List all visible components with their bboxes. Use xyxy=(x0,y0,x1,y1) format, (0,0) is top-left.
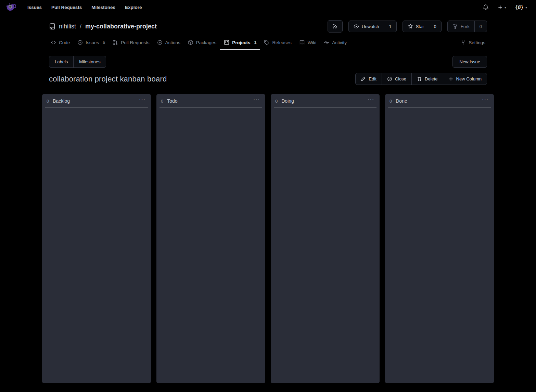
tab-code[interactable]: Code xyxy=(47,37,74,50)
repo-path-separator: / xyxy=(80,23,81,30)
column-header: 0 Doing ··· xyxy=(271,94,380,107)
star-button[interactable]: Star xyxy=(403,21,429,32)
edit-button[interactable]: Edit xyxy=(356,73,381,85)
star-count[interactable]: 0 xyxy=(429,21,441,32)
git-pull-request-icon xyxy=(113,40,118,45)
package-icon xyxy=(188,40,193,45)
repo-owner-link[interactable]: nihilist xyxy=(59,23,76,30)
column-card-count: 0 xyxy=(275,99,278,104)
nav-item-milestones[interactable]: Milestones xyxy=(87,2,120,13)
tab-releases[interactable]: Releases xyxy=(260,37,295,50)
labels-button[interactable]: Labels xyxy=(49,56,73,67)
column-title: Doing xyxy=(281,98,294,104)
trash-icon xyxy=(417,76,422,81)
kanban-column-doing: 0 Doing ··· xyxy=(271,94,380,383)
column-card-area[interactable] xyxy=(385,108,494,383)
notifications-bell-icon[interactable] xyxy=(481,3,491,12)
kanban-column-todo: 0 Todo ··· xyxy=(156,94,265,383)
new-column-button[interactable]: New Column xyxy=(443,73,487,85)
labels-milestones-group: Labels Milestones xyxy=(49,56,106,68)
avatar: {Ø} xyxy=(515,4,524,10)
chevron-down-icon: ▾ xyxy=(505,5,506,9)
star-button-group: Star 0 xyxy=(403,21,442,32)
top-navbar: Issues Pull Requests Milestones Explore … xyxy=(0,0,536,14)
fork-button-group: Fork 0 xyxy=(447,21,487,32)
column-header: 0 Todo ··· xyxy=(156,94,265,107)
kanban-column-backlog: 0 Backlog ··· xyxy=(42,94,151,383)
project-subnav: Labels Milestones New Issue xyxy=(42,56,494,68)
star-icon xyxy=(408,24,413,29)
circle-slash-icon xyxy=(387,76,392,81)
column-card-count: 0 xyxy=(390,99,392,104)
board-header: collaboration project kanban board Edit … xyxy=(42,73,494,85)
fork-button[interactable]: Fork xyxy=(448,21,474,32)
new-issue-button[interactable]: New Issue xyxy=(453,56,487,67)
tab-actions[interactable]: Actions xyxy=(153,37,184,50)
column-menu-ellipsis-icon[interactable]: ··· xyxy=(482,98,490,104)
column-menu-ellipsis-icon[interactable]: ··· xyxy=(139,98,147,104)
new-issue-button-wrap: New Issue xyxy=(452,56,487,68)
column-title: Todo xyxy=(167,98,177,104)
column-card-area[interactable] xyxy=(271,108,380,383)
user-avatar-dropdown[interactable]: {Ø} ▾ xyxy=(513,3,529,11)
issues-count-badge: 6 xyxy=(103,40,105,45)
tab-issues[interactable]: Issues 6 xyxy=(74,37,109,50)
tag-icon xyxy=(264,40,269,45)
repo-header: nihilist / my-collaborative-project xyxy=(42,14,494,33)
page-container: nihilist / my-collaborative-project xyxy=(42,14,494,383)
nav-item-pull-requests[interactable]: Pull Requests xyxy=(47,2,87,13)
repo-tab-bar: Code Issues 6 Pull Requests Acti xyxy=(42,37,494,50)
plus-icon xyxy=(498,5,503,10)
column-menu-ellipsis-icon[interactable]: ··· xyxy=(253,98,261,104)
board-actions-group: Edit Close Delete New Column xyxy=(355,73,487,85)
nav-item-issues[interactable]: Issues xyxy=(23,2,47,13)
fork-icon xyxy=(452,24,458,29)
rss-button[interactable] xyxy=(328,20,343,33)
column-card-area[interactable] xyxy=(156,108,265,383)
tools-icon xyxy=(460,40,466,45)
column-menu-ellipsis-icon[interactable]: ··· xyxy=(367,98,375,104)
chevron-down-icon: ▾ xyxy=(525,5,527,9)
tab-activity[interactable]: Activity xyxy=(320,37,350,50)
tab-pull-requests[interactable]: Pull Requests xyxy=(109,37,153,50)
repo-actions: Unwatch 1 Star 0 xyxy=(328,20,487,33)
plus-icon xyxy=(448,76,454,81)
create-new-dropdown[interactable]: ▾ xyxy=(496,3,508,11)
navbar-right: ▾ {Ø} ▾ xyxy=(481,3,532,12)
nav-item-explore[interactable]: Explore xyxy=(120,2,147,13)
page-title: collaboration project kanban board xyxy=(49,75,167,84)
tab-settings[interactable]: Settings xyxy=(457,37,489,50)
repo-name-link[interactable]: my-collaborative-project xyxy=(85,23,157,30)
kanban-column-done: 0 Done ··· xyxy=(385,94,494,383)
delete-button[interactable]: Delete xyxy=(411,73,443,85)
issue-opened-icon xyxy=(77,40,83,45)
play-circle-icon xyxy=(157,40,163,45)
repo-breadcrumb: nihilist / my-collaborative-project xyxy=(49,23,157,30)
repo-icon xyxy=(49,23,56,30)
column-card-count: 0 xyxy=(161,99,163,104)
eye-icon xyxy=(354,24,359,29)
projects-count-badge: 1 xyxy=(254,40,256,45)
milestones-button[interactable]: Milestones xyxy=(73,56,106,67)
column-title: Backlog xyxy=(53,98,70,104)
fork-count[interactable]: 0 xyxy=(474,21,487,32)
gitea-logo[interactable] xyxy=(5,2,16,13)
tab-packages[interactable]: Packages xyxy=(184,37,220,50)
navbar-links: Issues Pull Requests Milestones Explore xyxy=(23,2,147,13)
pencil-icon xyxy=(361,76,366,81)
tab-projects[interactable]: Projects 1 xyxy=(220,37,260,50)
watch-count[interactable]: 1 xyxy=(384,21,396,32)
unwatch-button[interactable]: Unwatch xyxy=(349,21,384,32)
column-title: Done xyxy=(396,98,407,104)
code-icon xyxy=(51,40,56,45)
column-card-count: 0 xyxy=(47,99,49,104)
pulse-icon xyxy=(324,40,329,45)
column-card-area[interactable] xyxy=(42,108,151,383)
column-header: 0 Backlog ··· xyxy=(42,94,151,107)
close-button[interactable]: Close xyxy=(382,73,411,85)
column-header: 0 Done ··· xyxy=(385,94,494,107)
watch-button-group: Unwatch 1 xyxy=(348,21,397,32)
kanban-board: 0 Backlog ··· 0 Todo ··· 0 Doing ··· xyxy=(42,94,494,383)
tab-wiki[interactable]: Wiki xyxy=(295,37,320,50)
book-icon xyxy=(299,40,305,45)
